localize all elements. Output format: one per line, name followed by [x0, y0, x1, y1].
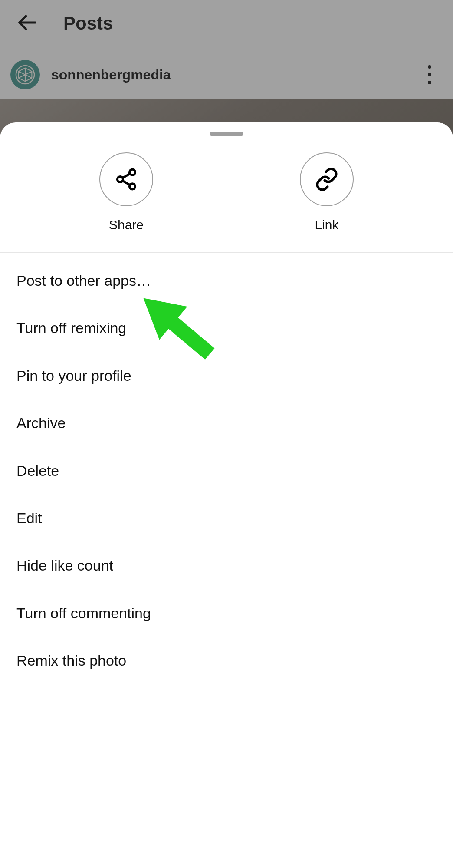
sheet-drag-handle[interactable] — [210, 132, 243, 136]
menu-item-delete[interactable]: Delete — [0, 447, 453, 495]
menu-item-remix-photo[interactable]: Remix this photo — [0, 637, 453, 684]
avatar[interactable] — [10, 60, 40, 89]
options-menu: Post to other apps… Turn off remixing Pi… — [0, 253, 453, 685]
menu-item-turn-off-commenting[interactable]: Turn off commenting — [0, 590, 453, 637]
link-action[interactable]: Link — [283, 152, 370, 232]
username[interactable]: sonnenbergmedia — [51, 67, 171, 83]
menu-item-pin-to-profile[interactable]: Pin to your profile — [0, 352, 453, 399]
menu-item-turn-off-remixing[interactable]: Turn off remixing — [0, 304, 453, 352]
post-author-row: sonnenbergmedia — [0, 53, 453, 96]
menu-item-hide-like-count[interactable]: Hide like count — [0, 542, 453, 589]
link-icon — [300, 152, 354, 206]
options-bottom-sheet: Share Link Post to other apps… Turn off … — [0, 122, 453, 868]
more-options-icon[interactable] — [423, 60, 437, 89]
svg-line-5 — [123, 174, 130, 178]
header: Posts — [0, 0, 453, 47]
menu-item-post-other-apps[interactable]: Post to other apps… — [0, 257, 453, 304]
svg-line-6 — [123, 181, 130, 185]
share-icon — [99, 152, 153, 206]
back-arrow-icon[interactable] — [16, 11, 38, 36]
menu-item-archive[interactable]: Archive — [0, 399, 453, 447]
link-label: Link — [315, 218, 338, 232]
share-action[interactable]: Share — [83, 152, 170, 232]
quick-actions-row: Share Link — [0, 136, 453, 253]
page-title: Posts — [63, 13, 113, 34]
share-label: Share — [109, 218, 144, 232]
menu-item-edit[interactable]: Edit — [0, 495, 453, 542]
